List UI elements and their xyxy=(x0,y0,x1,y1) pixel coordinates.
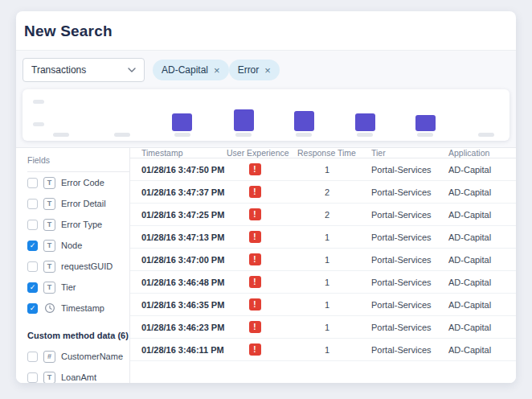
table-row-partial xyxy=(130,361,516,383)
cell-response-time: 1 xyxy=(297,165,371,175)
error-badge-icon: ! xyxy=(249,343,261,356)
field-item-loanamt[interactable]: TLoanAmt xyxy=(27,367,129,383)
cell-response-time: 2 xyxy=(297,187,371,197)
table-row[interactable]: 01/28/16 3:47:00 PM!1Portal-ServicesAD-C… xyxy=(130,249,516,271)
cell-response-time: 1 xyxy=(297,232,371,242)
table-header-row: TimestampUser ExperienceResponse TimeTie… xyxy=(130,148,516,158)
text-icon: T xyxy=(43,198,55,210)
results-area: Fields TError CodeTError DetailTError Ty… xyxy=(16,147,516,383)
table-row[interactable]: 01/28/16 3:47:37 PM!2Portal-ServicesAD-C… xyxy=(130,181,516,204)
field-item-customername[interactable]: #CustomerName xyxy=(27,346,129,367)
field-item-timestamp[interactable]: ✓Timestamp xyxy=(27,298,129,319)
cell-response-time: 1 xyxy=(297,345,371,355)
text-icon: T xyxy=(43,282,55,294)
error-badge-icon: ! xyxy=(249,276,261,288)
x-axis-tick xyxy=(174,133,190,137)
x-axis-tick xyxy=(114,133,130,137)
cell-tier: Portal-Services xyxy=(371,300,448,310)
field-label: Tier xyxy=(61,282,76,292)
error-badge-icon: ! xyxy=(249,298,261,311)
field-label: Error Type xyxy=(61,220,102,229)
filter-chip-ad-capital[interactable]: AD-Capital× xyxy=(153,60,229,80)
table-row[interactable]: 01/28/16 3:46:35 PM!1Portal-ServicesAD-C… xyxy=(130,294,516,316)
filters-row: Transactions AD-Capital×Error× xyxy=(23,58,509,82)
checkbox[interactable]: ✓ xyxy=(27,282,38,293)
checkbox[interactable] xyxy=(27,261,38,272)
x-axis-tick xyxy=(53,133,69,137)
text-icon: T xyxy=(43,372,55,384)
table-row[interactable]: 01/28/16 3:46:11 PM!1Portal-ServicesAD-C… xyxy=(130,339,516,361)
close-icon[interactable]: × xyxy=(214,65,220,76)
checkbox[interactable]: ✓ xyxy=(27,241,38,251)
cell-timestamp: 01/28/16 3:47:37 PM xyxy=(141,187,227,197)
field-label: Error Code xyxy=(61,178,104,187)
fields-section-header: Custom method data (6) xyxy=(27,325,129,346)
histogram-bar xyxy=(172,113,192,131)
source-select[interactable]: Transactions xyxy=(23,58,145,82)
table-row[interactable]: 01/28/16 3:46:23 PM!1Portal-ServicesAD-C… xyxy=(130,316,516,339)
field-item-node[interactable]: ✓TNode xyxy=(27,235,129,256)
cell-application: AD-Capital xyxy=(448,323,516,332)
filter-chip-error[interactable]: Error× xyxy=(229,60,280,80)
cell-response-time: 1 xyxy=(297,323,371,332)
cell-timestamp: 01/28/16 3:46:11 PM xyxy=(141,345,227,355)
filters-section: Transactions AD-Capital×Error× xyxy=(16,50,516,147)
error-badge-icon: ! xyxy=(249,231,261,243)
field-item-error-code[interactable]: TError Code xyxy=(27,172,129,193)
search-card: New Search Transactions AD-Capital×Error… xyxy=(16,11,516,383)
source-select-value: Transactions xyxy=(31,64,86,76)
field-item-error-type[interactable]: TError Type xyxy=(27,214,129,235)
close-icon[interactable]: × xyxy=(264,65,271,76)
cell-timestamp: 01/28/16 3:46:23 PM xyxy=(141,323,227,332)
cell-user-experience: ! xyxy=(227,298,297,311)
field-label: Node xyxy=(61,241,82,250)
cell-application: AD-Capital xyxy=(448,187,516,197)
cell-user-experience: ! xyxy=(227,231,297,243)
checkbox[interactable] xyxy=(27,199,38,209)
checkbox[interactable] xyxy=(27,352,38,362)
chip-label: AD-Capital xyxy=(162,64,208,76)
cell-timestamp: 01/28/16 3:47:13 PM xyxy=(141,232,227,242)
field-item-requestguid[interactable]: TrequestGUID xyxy=(27,256,129,277)
cell-application: AD-Capital xyxy=(448,165,516,175)
column-header-tier: Tier xyxy=(371,148,448,158)
x-axis-tick xyxy=(296,133,312,137)
cell-timestamp: 01/28/16 3:46:35 PM xyxy=(141,300,227,310)
cell-application: AD-Capital xyxy=(448,300,516,310)
x-axis-tick xyxy=(235,133,252,137)
cell-timestamp: 01/28/16 3:46:48 PM xyxy=(141,278,227,287)
checkbox[interactable] xyxy=(27,220,38,230)
cell-tier: Portal-Services xyxy=(371,165,448,175)
y-axis-skeleton xyxy=(33,100,44,104)
cell-response-time: 2 xyxy=(297,210,371,220)
table-row[interactable]: 01/28/16 3:47:25 PM!2Portal-ServicesAD-C… xyxy=(130,204,516,226)
table-row[interactable]: 01/28/16 3:47:13 PM!1Portal-ServicesAD-C… xyxy=(130,226,516,249)
cell-response-time: 1 xyxy=(297,255,371,265)
field-item-error-detail[interactable]: TError Detail xyxy=(27,193,129,214)
text-icon: T xyxy=(43,240,55,252)
error-badge-icon: ! xyxy=(249,321,261,333)
field-item-tier[interactable]: ✓TTier xyxy=(27,277,129,298)
error-badge-icon: ! xyxy=(249,253,261,265)
cell-tier: Portal-Services xyxy=(371,187,448,197)
cell-application: AD-Capital xyxy=(448,232,516,242)
table-row[interactable]: 01/28/16 3:46:48 PM!1Portal-ServicesAD-C… xyxy=(130,271,516,294)
histogram-bar xyxy=(294,111,314,131)
checkbox[interactable] xyxy=(27,372,38,383)
table-row[interactable]: 01/28/16 3:47:50 PM!1Portal-ServicesAD-C… xyxy=(130,158,516,181)
histogram-bar xyxy=(234,109,254,131)
cell-application: AD-Capital xyxy=(448,278,516,287)
error-badge-icon: ! xyxy=(249,163,261,175)
checkbox[interactable]: ✓ xyxy=(27,303,38,314)
cell-response-time: 1 xyxy=(297,300,371,310)
cell-response-time: 1 xyxy=(297,278,371,287)
text-icon: T xyxy=(43,177,55,189)
cell-application: AD-Capital xyxy=(448,345,516,355)
y-axis-skeleton xyxy=(33,122,44,126)
cell-user-experience: ! xyxy=(227,343,297,356)
histogram-bar xyxy=(355,113,375,131)
cell-user-experience: ! xyxy=(227,186,297,198)
cell-tier: Portal-Services xyxy=(371,345,448,355)
card-header: New Search xyxy=(16,11,516,50)
checkbox[interactable] xyxy=(27,178,38,188)
